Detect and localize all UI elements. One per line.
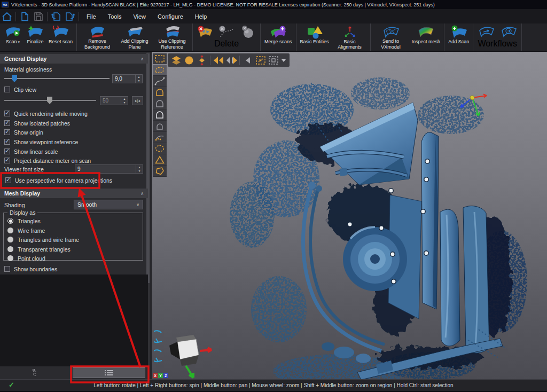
- delete-scan-button[interactable]: [194, 25, 216, 39]
- arch-select-tool-1[interactable]: [153, 87, 167, 98]
- basic-entities-button[interactable]: Basic Entities: [298, 25, 331, 50]
- checkbox-use-perspective[interactable]: ✓ Use perspective for camera projections: [5, 177, 112, 184]
- arch-select-tool-3[interactable]: [153, 109, 167, 121]
- radio-triangles-wire-frame[interactable]: Triangles and wire frame: [7, 236, 79, 243]
- spin-down-icon[interactable]: ▼: [121, 101, 128, 105]
- spline-select-tool[interactable]: [153, 76, 167, 87]
- shading-label: Shading: [4, 202, 25, 208]
- curve-select-tool[interactable]: [153, 132, 167, 143]
- menu-help[interactable]: Help: [189, 9, 213, 23]
- triangle-select-tool[interactable]: [153, 154, 167, 166]
- merge-scans-button[interactable]: Merge scans: [262, 25, 294, 50]
- send-to-vxmodel-icon: [382, 25, 400, 38]
- add-clipping-plane-button[interactable]: Add Clipping Plane: [116, 25, 153, 50]
- use-clipping-reference-button[interactable]: Use Clipping Reference: [153, 25, 191, 50]
- material-glossiness-spinbox[interactable]: 9,0 ▲▼: [112, 74, 143, 83]
- radio-button: [7, 228, 13, 233]
- workflows-group: Workflows: [475, 25, 520, 50]
- add-scan-button[interactable]: Add Scan: [446, 25, 471, 50]
- clip-view-spinbox[interactable]: 50 ▲▼: [100, 96, 128, 105]
- finalize-button[interactable]: Finalize: [24, 25, 46, 50]
- radio-wire-frame[interactable]: Wire frame: [7, 227, 45, 234]
- checkbox-show-isolated-patches[interactable]: ✓ Show isolated patches: [4, 120, 70, 127]
- menu-view[interactable]: View: [127, 9, 152, 23]
- delete-sphere-button[interactable]: [237, 25, 259, 39]
- delete-group: Delete: [194, 25, 259, 50]
- basic-alignments-button[interactable]: Basic Alignments: [331, 25, 369, 50]
- radio-triangles[interactable]: Triangles: [7, 217, 41, 224]
- previous-view-button[interactable]: [212, 54, 225, 66]
- inspect-mesh-button[interactable]: Inspect mesh: [410, 25, 443, 50]
- viewer-font-size-spinbox[interactable]: 9 ▲▼: [75, 164, 143, 174]
- reset-scan-button[interactable]: Reset scan: [46, 25, 75, 50]
- more-tools-chevron-icon[interactable]: [280, 54, 287, 66]
- new-session-icon[interactable]: [18, 11, 32, 22]
- merge-scans-icon: [269, 25, 287, 39]
- clip-flip-button[interactable]: ▸|◂: [132, 96, 143, 105]
- checkbox-show-origin[interactable]: ✓ Show origin: [4, 129, 43, 136]
- add-scan-icon: [450, 25, 468, 39]
- material-glossiness-slider-track[interactable]: [4, 78, 110, 79]
- freeform-select-tool[interactable]: [153, 65, 167, 76]
- remove-background-button[interactable]: Remove Background: [79, 25, 116, 50]
- navigation-cube[interactable]: [154, 328, 218, 379]
- rectangle-select-tool[interactable]: [153, 53, 167, 65]
- ellipse-select-tool[interactable]: [153, 143, 167, 154]
- checkbox-project-distance-meter[interactable]: ✓ Project distance meter on scan: [4, 157, 91, 164]
- clip-view-slider-thumb[interactable]: [47, 97, 52, 104]
- menu-tools[interactable]: Tools: [102, 9, 128, 23]
- scan-button[interactable]: Scan▾: [2, 25, 24, 50]
- checkbox-show-boundaries[interactable]: Show boundaries: [4, 265, 57, 272]
- polygon-select-tool[interactable]: [153, 166, 167, 177]
- vxelements-window: VX VXelements - 3D Software Platform - H…: [0, 0, 547, 392]
- viewport-3d[interactable]: X Y Z: [152, 52, 547, 379]
- workflow-mesh-button[interactable]: [497, 25, 520, 39]
- save-session-icon[interactable]: [32, 11, 45, 22]
- fit-view-button[interactable]: [196, 54, 208, 66]
- spin-down-icon[interactable]: ▼: [136, 169, 143, 174]
- scan-dropdown-caret[interactable]: ▾: [18, 40, 20, 44]
- panel-tab-strip: [0, 366, 148, 379]
- chevron-down-icon: ∨: [136, 202, 139, 207]
- radio-point-cloud[interactable]: Point cloud: [7, 255, 45, 262]
- radio-transparent-triangles[interactable]: Transparent triangles: [7, 246, 71, 253]
- delete-curve-button[interactable]: [216, 25, 237, 39]
- spin-up-icon[interactable]: ▲: [136, 165, 143, 169]
- send-to-vxmodel-button[interactable]: Send to VXmodel: [372, 25, 410, 50]
- back-view-button[interactable]: [241, 54, 254, 66]
- export-scan-icon[interactable]: [63, 11, 77, 22]
- material-glossiness-slider-thumb[interactable]: [12, 75, 17, 82]
- spin-up-icon[interactable]: ▲: [121, 97, 128, 101]
- checkbox-quick-rendering[interactable]: ✓ Quick rendering while moving: [4, 110, 88, 117]
- use-clipping-reference-icon: [163, 25, 181, 38]
- zoom-selection-button[interactable]: [267, 54, 280, 66]
- zoom-region-button[interactable]: [254, 54, 267, 66]
- checkbox-show-linear-scale[interactable]: ✓ Show linear scale: [4, 148, 58, 155]
- arch-select-tool-2[interactable]: [153, 98, 167, 109]
- menu-file[interactable]: File: [81, 9, 102, 23]
- import-scan-icon[interactable]: [49, 11, 63, 22]
- next-view-button[interactable]: [225, 54, 238, 66]
- sphere-view-button[interactable]: [183, 54, 196, 66]
- shading-dropdown[interactable]: Smooth ∨: [74, 200, 143, 209]
- display-settings-panel: General Display ∧ Material glossiness 9,…: [0, 52, 151, 379]
- home-icon[interactable]: [0, 11, 14, 22]
- finalize-icon: [26, 25, 44, 39]
- tree-view-tab[interactable]: [1, 367, 71, 378]
- checkbox-show-viewpoint-reference[interactable]: ✓ Show viewpoint reference: [4, 138, 78, 145]
- checkbox-box: ✓: [5, 177, 11, 183]
- view-controls-toolbar: [168, 53, 290, 67]
- arch-select-tool-4[interactable]: [153, 121, 167, 132]
- vx-logo-icon: VX: [2, 2, 9, 7]
- checkbox-box: ✓: [4, 139, 10, 145]
- workflow-scan-button[interactable]: [475, 25, 497, 39]
- axis-badges[interactable]: X Y Z: [153, 373, 169, 378]
- general-display-header[interactable]: General Display ∧: [0, 54, 148, 64]
- clip-view-checkbox[interactable]: Clip view: [4, 86, 36, 93]
- spin-up-icon[interactable]: ▲: [136, 75, 142, 79]
- list-view-tab[interactable]: [73, 367, 145, 378]
- layers-view-button[interactable]: [170, 54, 183, 66]
- menu-configure[interactable]: Configure: [152, 9, 189, 23]
- spin-down-icon[interactable]: ▼: [136, 79, 142, 83]
- mesh-display-header[interactable]: Mesh Display ∧: [0, 189, 148, 198]
